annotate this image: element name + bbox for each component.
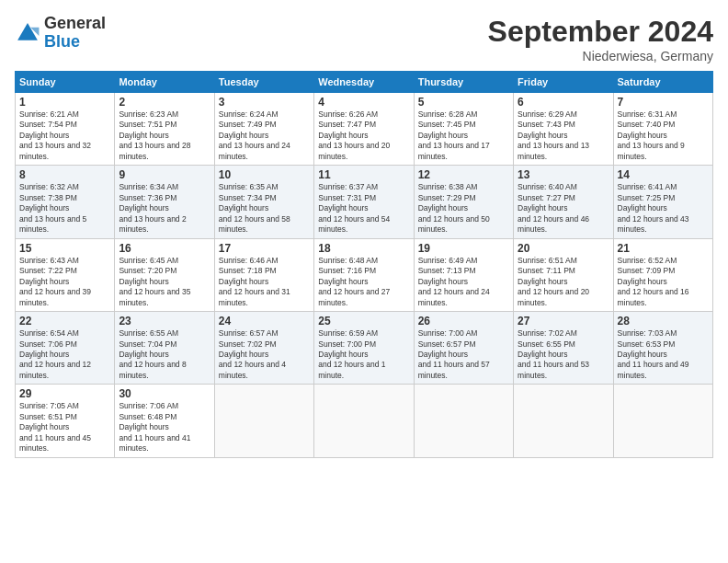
day-number: 23 <box>119 315 210 327</box>
logo-icon <box>15 20 40 46</box>
cell-content: Sunrise: 7:05 AMSunset: 6:51 PMDaylight … <box>19 401 110 454</box>
logo: General Blue <box>15 15 106 52</box>
calendar-cell <box>613 385 712 457</box>
calendar-cell: 17Sunrise: 6:46 AMSunset: 7:18 PMDayligh… <box>214 238 313 311</box>
day-number: 20 <box>518 242 609 255</box>
cell-content: Sunrise: 6:57 AMSunset: 7:02 PMDaylight … <box>219 328 310 381</box>
calendar-cell: 26Sunrise: 7:00 AMSunset: 6:57 PMDayligh… <box>414 312 513 385</box>
day-number: 8 <box>19 168 110 181</box>
header-tuesday: Tuesday <box>214 72 313 93</box>
cell-content: Sunrise: 6:52 AMSunset: 7:09 PMDaylight … <box>618 256 709 308</box>
cell-content: Sunrise: 6:31 AMSunset: 7:40 PMDaylight … <box>618 109 709 162</box>
cell-content: Sunrise: 6:24 AMSunset: 7:49 PMDaylight … <box>219 109 310 162</box>
week-row-5: 29Sunrise: 7:05 AMSunset: 6:51 PMDayligh… <box>16 385 713 457</box>
day-number: 11 <box>318 168 409 181</box>
cell-content: Sunrise: 6:46 AMSunset: 7:18 PMDaylight … <box>219 256 310 308</box>
day-number: 10 <box>219 168 310 181</box>
header-wednesday: Wednesday <box>314 72 414 93</box>
calendar-cell <box>414 385 513 457</box>
header-friday: Friday <box>514 72 613 93</box>
cell-content: Sunrise: 6:21 AMSunset: 7:54 PMDaylight … <box>19 109 110 162</box>
cell-content: Sunrise: 6:48 AMSunset: 7:16 PMDaylight … <box>318 256 409 308</box>
cell-content: Sunrise: 6:32 AMSunset: 7:38 PMDaylight … <box>19 182 110 235</box>
header-saturday: Saturday <box>613 72 712 93</box>
day-number: 21 <box>618 242 709 255</box>
day-number: 5 <box>418 96 509 109</box>
calendar-cell: 25Sunrise: 6:59 AMSunset: 7:00 PMDayligh… <box>314 312 414 385</box>
location: Niederwiesa, Germany <box>488 49 713 63</box>
day-number: 24 <box>219 315 310 327</box>
day-number: 17 <box>219 242 310 255</box>
calendar-cell: 23Sunrise: 6:55 AMSunset: 7:04 PMDayligh… <box>115 312 214 385</box>
cell-content: Sunrise: 7:03 AMSunset: 6:53 PMDaylight … <box>618 328 709 381</box>
cell-content: Sunrise: 6:49 AMSunset: 7:13 PMDaylight … <box>418 256 509 308</box>
cell-content: Sunrise: 6:54 AMSunset: 7:06 PMDaylight … <box>19 328 110 381</box>
cell-content: Sunrise: 6:23 AMSunset: 7:51 PMDaylight … <box>119 109 210 162</box>
calendar-cell: 12Sunrise: 6:38 AMSunset: 7:29 PMDayligh… <box>414 166 513 238</box>
cell-content: Sunrise: 6:40 AMSunset: 7:27 PMDaylight … <box>518 182 609 235</box>
cell-content: Sunrise: 6:26 AMSunset: 7:47 PMDaylight … <box>318 109 409 162</box>
calendar-cell: 8Sunrise: 6:32 AMSunset: 7:38 PMDaylight… <box>16 166 115 238</box>
calendar-cell: 29Sunrise: 7:05 AMSunset: 6:51 PMDayligh… <box>16 385 115 457</box>
calendar-cell: 6Sunrise: 6:29 AMSunset: 7:43 PMDaylight… <box>514 93 613 166</box>
cell-content: Sunrise: 6:55 AMSunset: 7:04 PMDaylight … <box>119 328 210 381</box>
day-number: 2 <box>119 96 210 109</box>
calendar-cell: 14Sunrise: 6:41 AMSunset: 7:25 PMDayligh… <box>613 166 712 238</box>
day-number: 14 <box>618 168 709 181</box>
day-number: 30 <box>119 387 210 400</box>
calendar-cell: 11Sunrise: 6:37 AMSunset: 7:31 PMDayligh… <box>314 166 414 238</box>
calendar-cell: 19Sunrise: 6:49 AMSunset: 7:13 PMDayligh… <box>414 238 513 311</box>
calendar-cell <box>214 385 313 457</box>
calendar-cell: 3Sunrise: 6:24 AMSunset: 7:49 PMDaylight… <box>214 93 313 166</box>
title-block: September 2024 Niederwiesa, Germany <box>488 15 713 63</box>
cell-content: Sunrise: 6:38 AMSunset: 7:29 PMDaylight … <box>418 182 509 235</box>
cell-content: Sunrise: 6:35 AMSunset: 7:34 PMDaylight … <box>219 182 310 235</box>
logo-text: General Blue <box>44 15 106 52</box>
cell-content: Sunrise: 6:34 AMSunset: 7:36 PMDaylight … <box>119 182 210 235</box>
cell-content: Sunrise: 7:00 AMSunset: 6:57 PMDaylight … <box>418 328 509 381</box>
cell-content: Sunrise: 7:02 AMSunset: 6:55 PMDaylight … <box>518 328 609 381</box>
day-number: 19 <box>418 242 509 255</box>
month-title: September 2024 <box>488 15 713 49</box>
header-monday: Monday <box>115 72 214 93</box>
calendar-cell: 9Sunrise: 6:34 AMSunset: 7:36 PMDaylight… <box>115 166 214 238</box>
day-number: 28 <box>618 315 709 327</box>
header-sunday: Sunday <box>16 72 115 93</box>
calendar-cell: 2Sunrise: 6:23 AMSunset: 7:51 PMDaylight… <box>115 93 214 166</box>
calendar-cell: 15Sunrise: 6:43 AMSunset: 7:22 PMDayligh… <box>16 238 115 311</box>
day-number: 3 <box>219 96 310 109</box>
day-number: 16 <box>119 242 210 255</box>
day-number: 22 <box>19 315 110 327</box>
calendar-cell: 30Sunrise: 7:06 AMSunset: 6:48 PMDayligh… <box>115 385 214 457</box>
day-number: 27 <box>518 315 609 327</box>
day-number: 9 <box>119 168 210 181</box>
calendar-cell: 13Sunrise: 6:40 AMSunset: 7:27 PMDayligh… <box>514 166 613 238</box>
header: General Blue September 2024 Niederwiesa,… <box>15 15 713 63</box>
calendar-cell: 5Sunrise: 6:28 AMSunset: 7:45 PMDaylight… <box>414 93 513 166</box>
calendar-table: Sunday Monday Tuesday Wednesday Thursday… <box>15 71 713 458</box>
day-number: 4 <box>318 96 409 109</box>
calendar-cell: 24Sunrise: 6:57 AMSunset: 7:02 PMDayligh… <box>214 312 313 385</box>
day-number: 15 <box>19 242 110 255</box>
day-number: 29 <box>19 387 110 400</box>
calendar-cell: 16Sunrise: 6:45 AMSunset: 7:20 PMDayligh… <box>115 238 214 311</box>
calendar-cell: 27Sunrise: 7:02 AMSunset: 6:55 PMDayligh… <box>514 312 613 385</box>
day-number: 7 <box>618 96 709 109</box>
cell-content: Sunrise: 6:59 AMSunset: 7:00 PMDaylight … <box>318 328 409 381</box>
cell-content: Sunrise: 6:45 AMSunset: 7:20 PMDaylight … <box>119 256 210 308</box>
calendar-cell <box>514 385 613 457</box>
week-row-3: 15Sunrise: 6:43 AMSunset: 7:22 PMDayligh… <box>16 238 713 311</box>
calendar-cell: 28Sunrise: 7:03 AMSunset: 6:53 PMDayligh… <box>613 312 712 385</box>
day-number: 26 <box>418 315 509 327</box>
calendar-cell: 18Sunrise: 6:48 AMSunset: 7:16 PMDayligh… <box>314 238 414 311</box>
calendar-cell: 7Sunrise: 6:31 AMSunset: 7:40 PMDaylight… <box>613 93 712 166</box>
cell-content: Sunrise: 6:43 AMSunset: 7:22 PMDaylight … <box>19 256 110 308</box>
header-thursday: Thursday <box>414 72 513 93</box>
cell-content: Sunrise: 6:28 AMSunset: 7:45 PMDaylight … <box>418 109 509 162</box>
day-number: 1 <box>19 96 110 109</box>
day-number: 13 <box>518 168 609 181</box>
page: General Blue September 2024 Niederwiesa,… <box>0 0 728 563</box>
calendar-cell: 22Sunrise: 6:54 AMSunset: 7:06 PMDayligh… <box>16 312 115 385</box>
day-number: 12 <box>418 168 509 181</box>
day-number: 25 <box>318 315 409 327</box>
